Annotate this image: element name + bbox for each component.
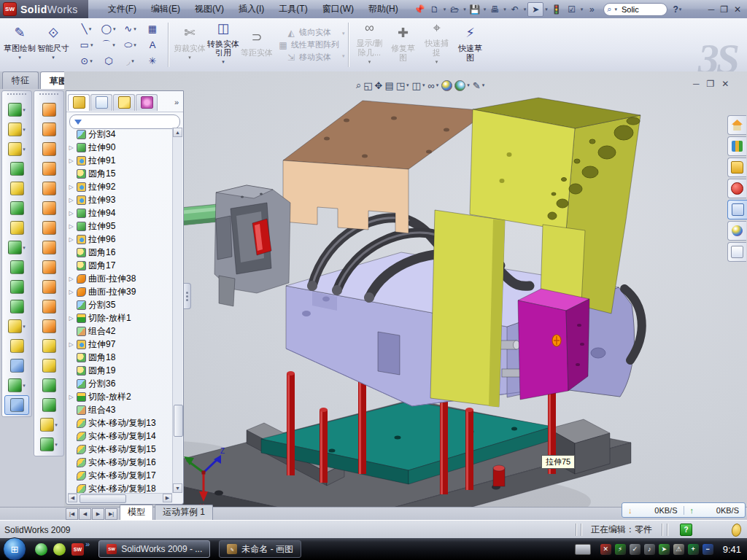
combine-icon[interactable] bbox=[4, 257, 29, 277]
menu-i[interactable]: 插入(I) bbox=[232, 1, 271, 18]
search-input[interactable] bbox=[620, 4, 661, 15]
mirror-entities-button[interactable]: ◭镜向实体 bbox=[286, 27, 331, 38]
undo-icon[interactable]: ↶ bbox=[508, 3, 522, 16]
rib-icon[interactable] bbox=[4, 218, 29, 238]
rebuild-traffic-light-icon[interactable]: 🚦 bbox=[549, 3, 564, 16]
zoom-to-fit-icon[interactable]: ⌕ bbox=[356, 79, 361, 91]
tab-model[interactable]: 模型 bbox=[120, 505, 153, 520]
dropdown-icon[interactable]: ▾ bbox=[112, 42, 115, 48]
dropdown-icon[interactable]: ▾ bbox=[436, 58, 438, 66]
dropdown-icon[interactable]: ▾ bbox=[52, 53, 55, 62]
overflow-icon[interactable]: » bbox=[584, 3, 599, 16]
dropdown-icon[interactable]: ▾ bbox=[482, 82, 485, 88]
dropdown-icon[interactable]: ▾ bbox=[524, 7, 527, 12]
dropdown-icon[interactable]: ▾ bbox=[406, 82, 409, 88]
design-checker-icon[interactable]: ☑ bbox=[565, 3, 579, 16]
bend-icon[interactable] bbox=[36, 277, 61, 297]
planar-surface-icon[interactable] bbox=[36, 218, 61, 238]
scroll-up-icon[interactable]: ▲ bbox=[173, 128, 182, 137]
scroll-right-icon[interactable]: ▶ bbox=[163, 494, 172, 502]
tree-item[interactable]: 实体-移动/复制14 bbox=[68, 429, 172, 443]
tree-item[interactable]: ▷拉伸91 bbox=[68, 154, 172, 167]
open-icon[interactable]: 🗁 bbox=[447, 3, 462, 16]
chamfer-icon[interactable] bbox=[4, 159, 29, 179]
polygon-icon[interactable]: ⬡ bbox=[98, 53, 120, 69]
update-icon[interactable]: ✓ bbox=[630, 544, 640, 555]
solidworks-toolbox-tab[interactable] bbox=[727, 179, 746, 198]
dropdown-icon[interactable]: ▾ bbox=[342, 31, 345, 36]
tree-filter-box[interactable] bbox=[69, 114, 180, 129]
revolved-boss-icon[interactable]: ▾ bbox=[4, 120, 29, 139]
dropdown-icon[interactable]: ▾ bbox=[133, 42, 136, 48]
smart-dimension-button[interactable]: ⟐智能尺寸▾ bbox=[36, 28, 70, 62]
freeform-icon[interactable] bbox=[36, 179, 61, 198]
dropdown-icon[interactable]: ▾ bbox=[23, 127, 26, 133]
tree-item[interactable]: ▷拉伸95 bbox=[68, 219, 172, 233]
tab-motion-study[interactable]: 运动算例 1 bbox=[155, 505, 213, 520]
tree-item[interactable]: 圆角16 bbox=[68, 246, 172, 259]
dropdown-icon[interactable]: ▾ bbox=[222, 58, 225, 66]
scroll-thumb-h[interactable] bbox=[80, 494, 126, 503]
dropdown-icon[interactable]: ▾ bbox=[23, 147, 26, 152]
draft-icon[interactable] bbox=[4, 179, 29, 198]
tree-item[interactable]: ▷拉伸94 bbox=[68, 206, 172, 219]
dropdown-icon[interactable]: ▾ bbox=[23, 324, 26, 330]
display-style-icon[interactable]: ◫▾ bbox=[412, 80, 426, 91]
dropdown-icon[interactable]: ▾ bbox=[368, 58, 371, 66]
revolved-surface-icon[interactable] bbox=[36, 120, 61, 139]
measure-icon[interactable] bbox=[4, 395, 29, 415]
hide-show-items-icon[interactable]: ∞▾ bbox=[427, 80, 439, 91]
scroll-thumb[interactable] bbox=[174, 405, 183, 437]
tree-item[interactable]: ▷切除-放样2 bbox=[68, 390, 172, 403]
dropdown-icon[interactable]: ▾ bbox=[545, 7, 548, 12]
tree-splitter-handle[interactable] bbox=[184, 283, 191, 309]
tab-特征[interactable]: 特征 bbox=[2, 71, 39, 89]
featuremanager-tab[interactable] bbox=[68, 94, 90, 111]
axis-icon[interactable] bbox=[4, 356, 29, 376]
linear-pattern-icon[interactable]: ▾ bbox=[4, 238, 29, 257]
dropdown-icon[interactable]: ▾ bbox=[581, 7, 584, 12]
antivirus-icon[interactable] bbox=[53, 543, 66, 556]
split-icon[interactable]: ▾ bbox=[4, 316, 29, 336]
offset-surface-icon[interactable] bbox=[36, 257, 61, 277]
reference-plane-icon[interactable] bbox=[4, 336, 29, 356]
trim-entities-button[interactable]: ✄剪裁实体▾ bbox=[173, 28, 206, 62]
tree-item[interactable]: 分割35 bbox=[68, 298, 172, 311]
move-body-icon[interactable] bbox=[4, 277, 29, 297]
sketch-curve-icon[interactable]: ▾ bbox=[36, 435, 61, 454]
knit-surface-icon[interactable] bbox=[36, 316, 61, 336]
new-document-icon[interactable]: 🗋 bbox=[427, 3, 442, 16]
reference-geometry-icon[interactable]: ▾ bbox=[36, 415, 61, 435]
print-icon[interactable]: 🖶 bbox=[487, 3, 502, 16]
move-entities-button[interactable]: ⇲移动实体 bbox=[286, 52, 331, 63]
curve-icon[interactable]: ▾ bbox=[4, 376, 29, 395]
expand-icon[interactable]: ▷ bbox=[68, 236, 74, 243]
messenger-icon[interactable] bbox=[35, 543, 47, 556]
dropdown-icon[interactable]: ▾ bbox=[342, 53, 345, 59]
tree-item[interactable]: ▷拉伸96 bbox=[68, 233, 172, 246]
menu-h[interactable]: 帮助(H) bbox=[362, 1, 405, 18]
expand-icon[interactable]: ▷ bbox=[68, 223, 74, 230]
design-library-tab[interactable] bbox=[727, 136, 746, 156]
security-green-icon[interactable]: ⚡ bbox=[615, 544, 626, 555]
tree-item[interactable]: ▷拉伸97 bbox=[68, 338, 172, 351]
expand-icon[interactable]: ▷ bbox=[68, 289, 74, 295]
edit-appearance-icon[interactable] bbox=[441, 80, 452, 91]
help-icon[interactable]: ?▾ bbox=[670, 3, 685, 16]
model-small-red-cylinder[interactable] bbox=[493, 465, 505, 486]
tree-item[interactable]: 分割34 bbox=[68, 128, 172, 141]
status-help-icon[interactable]: ? bbox=[680, 524, 692, 536]
sketch-fillet-icon[interactable]: ◞▾ bbox=[120, 53, 142, 69]
spline-icon[interactable]: ∿▾ bbox=[120, 21, 142, 37]
menu-v[interactable]: 视图(V) bbox=[188, 1, 231, 18]
dropdown-icon[interactable]: ▾ bbox=[55, 422, 58, 428]
toolbar-grip[interactable] bbox=[7, 93, 26, 98]
pin-icon[interactable]: 📌 bbox=[412, 3, 427, 16]
shell-icon[interactable] bbox=[4, 198, 29, 218]
doc-close-icon[interactable]: ✕ bbox=[721, 79, 729, 89]
tree-item[interactable]: 实体-移动/复制13 bbox=[68, 416, 172, 429]
offset-entities-button[interactable]: ⊃等距实体 bbox=[240, 33, 274, 57]
tree-item[interactable]: ▷曲面-拉伸39 bbox=[68, 285, 172, 298]
dropdown-icon[interactable]: ▾ bbox=[503, 7, 506, 12]
tree-item[interactable]: ▷拉伸92 bbox=[68, 180, 172, 193]
